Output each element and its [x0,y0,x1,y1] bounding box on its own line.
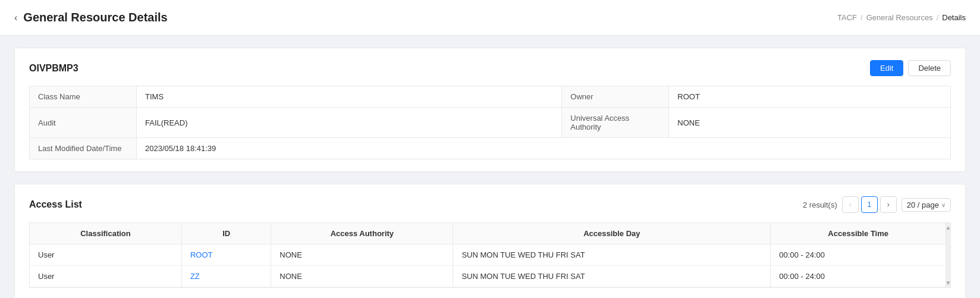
row1-id: ROOT [181,244,271,266]
label-classname: Class Name [30,86,137,108]
breadcrumb-item-general-resources[interactable]: General Resources [866,13,933,22]
next-page-button[interactable]: › [880,196,897,213]
row2-id-link[interactable]: ZZ [190,272,200,281]
value-universal-access: NONE [669,108,951,138]
access-table-header-row: Classification ID Access Authority Acces… [30,223,946,244]
row2-accessible-day: SUN MON TUE WED THU FRI SAT [453,266,771,287]
row1-id-link[interactable]: ROOT [190,250,213,259]
value-modified: 2023/05/18 18:41:39 [137,138,951,159]
breadcrumb-current: Details [942,13,966,22]
row2-accessible-time: 00:00 - 24:00 [771,266,946,287]
page-size-select[interactable]: 20 / page ∨ [902,198,951,212]
breadcrumb: TACF / General Resources / Details [837,13,966,22]
label-modified: Last Modified Date/Time [30,138,137,159]
detail-row-classname: Class Name TIMS Owner ROOT [30,86,951,108]
col-accessible-time: Accessible Time [771,223,946,244]
scroll-down-icon[interactable]: ▼ [946,280,951,286]
page-size-chevron-icon: ∨ [941,202,946,208]
page-container: ‹ General Resource Details TACF / Genera… [0,0,980,298]
row1-access-authority: NONE [271,244,453,266]
results-count: 2 result(s) [803,200,837,209]
row2-classification: User [30,266,181,287]
scrollbar[interactable]: ▲ ▼ [946,223,950,287]
pagination-area: 2 result(s) ‹ 1 › 20 / page ∨ [803,196,951,213]
resource-name: OIVPBMP3 [29,63,78,74]
breadcrumb-separator-1: / [860,13,863,22]
scroll-up-icon[interactable]: ▲ [946,224,951,231]
access-list-title: Access List [29,199,82,210]
pagination-nav: ‹ 1 › [842,196,897,213]
page-header: ‹ General Resource Details TACF / Genera… [0,0,980,36]
access-table-wrapper: Classification ID Access Authority Acces… [29,222,951,288]
col-id: ID [181,223,271,244]
header-left: ‹ General Resource Details [14,11,168,24]
page-title: General Resource Details [23,11,167,24]
back-icon[interactable]: ‹ [14,12,17,23]
breadcrumb-item-tacf[interactable]: TACF [837,13,857,22]
row1-classification: User [30,244,181,266]
table-row: User ROOT NONE SUN MON TUE WED THU FRI S… [30,244,946,266]
label-owner: Owner [562,86,669,108]
col-access-authority: Access Authority [271,223,453,244]
row1-accessible-time: 00:00 - 24:00 [771,244,946,266]
detail-table: Class Name TIMS Owner ROOT Audit FAIL(RE… [29,86,951,159]
access-list-card: Access List 2 result(s) ‹ 1 › 20 / page … [14,184,966,298]
resource-card-header: OIVPBMP3 Edit Delete [29,60,951,76]
detail-row-audit: Audit FAIL(READ) Universal Access Author… [30,108,951,138]
prev-page-button[interactable]: ‹ [842,196,859,213]
edit-button[interactable]: Edit [870,60,903,76]
label-universal-access: Universal Access Authority [562,108,669,138]
label-audit: Audit [30,108,137,138]
detail-row-modified: Last Modified Date/Time 2023/05/18 18:41… [30,138,951,159]
action-buttons: Edit Delete [870,60,951,76]
value-owner: ROOT [669,86,951,108]
table-row: User ZZ NONE SUN MON TUE WED THU FRI SAT… [30,266,946,287]
row2-access-authority: NONE [271,266,453,287]
value-classname: TIMS [137,86,562,108]
resource-details-card: OIVPBMP3 Edit Delete Class Name TIMS Own… [14,48,966,172]
row2-id: ZZ [181,266,271,287]
content-area: OIVPBMP3 Edit Delete Class Name TIMS Own… [0,36,980,298]
access-table: Classification ID Access Authority Acces… [30,223,946,287]
row1-accessible-day: SUN MON TUE WED THU FRI SAT [453,244,771,266]
col-accessible-day: Accessible Day [453,223,771,244]
page-size-label: 20 / page [907,200,939,209]
current-page-button[interactable]: 1 [861,196,878,213]
col-classification: Classification [30,223,181,244]
delete-button[interactable]: Delete [908,60,951,76]
access-card-header: Access List 2 result(s) ‹ 1 › 20 / page … [29,196,951,213]
breadcrumb-separator-2: / [937,13,939,22]
value-audit: FAIL(READ) [137,108,562,138]
